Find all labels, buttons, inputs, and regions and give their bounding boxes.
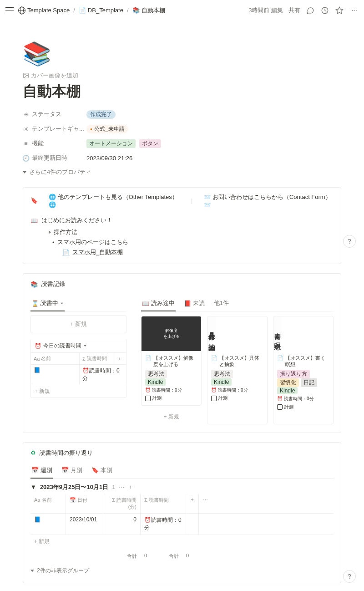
page-icon: 📄	[79, 7, 86, 14]
review-section: ♻読書時間の振り返り 📅週別 📅月別 🔖本別 ▼ 2023年9月25日〜10月1…	[23, 442, 341, 583]
tab-bybook[interactable]: 🔖本別	[91, 464, 113, 478]
book-cover-2: 書く瞑想	[273, 316, 282, 351]
updates-icon[interactable]	[320, 6, 329, 15]
reading-section: 📚読書記録 ⌛ 読書中 + 新規 ⏰今日の読書時間 Aa 名前 Σ 読書時間 +…	[23, 273, 341, 433]
breadcrumb: Template Space / 📄DB_Template / 📚自動本棚	[16, 5, 167, 15]
tab-more[interactable]: 他1件	[213, 297, 230, 311]
book-card-1[interactable]: 具体と抽象 📄【オススメ】具体と抽象 思考法 Kindle ⏰読書時間：0分 計…	[207, 316, 268, 424]
refresh-icon: ♻	[30, 449, 36, 456]
bookmark-icon: 🔖	[30, 197, 38, 204]
menu-icon[interactable]	[5, 6, 14, 15]
breadcrumb-item-2[interactable]: 📚自動本棚	[131, 5, 167, 15]
toggle-howto[interactable]: 操作方法	[49, 228, 334, 236]
status-badge[interactable]: 公式_未申請	[86, 125, 128, 133]
svg-point-2	[25, 74, 25, 75]
comments-icon[interactable]	[306, 6, 315, 15]
help-button[interactable]: ?	[343, 235, 356, 248]
prop-label-gallery: テンプレートギャ...	[32, 125, 84, 133]
add-column[interactable]: +	[186, 494, 199, 513]
help-button[interactable]: ?	[343, 570, 356, 583]
book-icon: 📖	[30, 217, 38, 224]
col-time[interactable]: Σ 読書時間	[80, 353, 115, 364]
share-button[interactable]: 共有	[288, 6, 300, 15]
more-icon[interactable]: ⋯	[349, 6, 359, 15]
breadcrumb-item-0[interactable]: Template Space	[16, 6, 71, 15]
contact-form-link[interactable]: 📨 お問い合わせはこちらから（Contact Form） 📨	[203, 193, 334, 208]
tab-weekly[interactable]: 📅週別	[30, 464, 53, 478]
col-min[interactable]: Σ 読書時間(分)	[103, 494, 141, 513]
tab-in-progress[interactable]: 📖読み途中	[141, 297, 176, 311]
topbar: Template Space / 📄DB_Template / 📚自動本棚 3時…	[0, 0, 364, 20]
sum-time: 0	[182, 551, 192, 561]
book-card-2[interactable]: 書く瞑想 📄【オススメ】書く瞑想 振り返り方習慣化日記 Kindle ⏰読書時間…	[273, 316, 334, 424]
new-button[interactable]: + 新規	[30, 315, 126, 333]
book-card-0[interactable]: 解像度を上げる 📄【オススメ】解像度を上げる 思考法 Kindle ⏰読書時間：…	[141, 316, 202, 406]
col-name[interactable]: Aa 名前	[31, 353, 80, 364]
other-templates-link[interactable]: 🌐 他のテンプレートも見る（Other Templates） 🌐	[49, 193, 180, 208]
add-cover-button[interactable]: カバー画像を追加	[23, 71, 78, 80]
books-icon: 📚	[30, 281, 38, 288]
breadcrumb-item-1[interactable]: 📄DB_Template	[77, 6, 125, 15]
book-cover-1: 具体と抽象	[207, 316, 216, 351]
favorite-icon[interactable]	[335, 6, 344, 15]
mobile-page-link[interactable]: 📄スマホ用_自動本棚	[62, 248, 334, 256]
properties: ✳ステータス 作成完了 ✳テンプレートギャ... 公式_未申請 ≡機能 オートメ…	[23, 107, 341, 176]
group-header[interactable]: ▼ 2023年9月25日〜10月1日 1 ⋯ +	[30, 483, 334, 491]
sum-min: 0	[141, 551, 150, 561]
sum-label-time: 合計	[150, 551, 182, 561]
hidden-groups[interactable]: 2件の非表示グループ	[30, 567, 334, 575]
page-emoji[interactable]: 📚	[23, 39, 341, 68]
books-icon: 📚	[132, 7, 140, 14]
sum-label-min: 合計	[103, 551, 141, 561]
last-edited: 3時間前 編集	[248, 6, 283, 15]
prop-label-feature: 機能	[32, 139, 44, 148]
show-more-properties[interactable]: さらに4件のプロパティ	[23, 168, 341, 176]
add-column[interactable]: +	[115, 353, 126, 364]
new-card[interactable]: + 新規	[141, 409, 202, 424]
add-in-group[interactable]: +	[128, 484, 132, 490]
new-row[interactable]: + 新規	[31, 385, 126, 397]
today-reading-time: ⏰今日の読書時間 Aa 名前 Σ 読書時間 + 📘 ⏰読書時間：0分 + 新規	[30, 339, 126, 398]
tab-monthly[interactable]: 📅月別	[61, 464, 83, 478]
bullet-mobile: •スマホ用のページはこちら	[52, 238, 334, 246]
prop-tags[interactable]: オートメーション ボタン	[86, 139, 341, 148]
column-menu[interactable]: ⋯	[199, 494, 212, 513]
page-body: 📚 カバー画像を追加 自動本棚 ✳ステータス 作成完了 ✳テンプレートギャ...…	[14, 20, 350, 591]
col-name[interactable]: Aa 名前	[30, 494, 66, 513]
col-date[interactable]: 📅 日付	[66, 494, 103, 513]
col-time[interactable]: Σ 読書時間	[141, 494, 186, 513]
tab-reading-now[interactable]: ⌛ 読書中	[30, 297, 65, 311]
prop-updated-value: 2023/09/30 21:26	[86, 155, 341, 162]
callout-block: 🔖 🌐 他のテンプレートも見る（Other Templates） 🌐 | 📨 お…	[23, 187, 341, 264]
prop-label-status: ステータス	[32, 110, 61, 118]
table-row[interactable]: 📘 2023/10/01 0 ⏰読書時間：0分	[30, 514, 334, 535]
table-row[interactable]: 📘 ⏰読書時間：0分	[31, 364, 126, 385]
status-badge[interactable]: 作成完了	[86, 110, 116, 119]
new-row[interactable]: + 新規	[30, 535, 334, 548]
globe-icon	[18, 7, 25, 14]
readme-text: はじめにお読みください！	[41, 216, 112, 224]
page-title[interactable]: 自動本棚	[23, 82, 341, 102]
prop-label-updated: 最終更新日時	[32, 154, 67, 162]
tab-unread[interactable]: 📕未読	[183, 297, 206, 311]
book-cover-0: 解像度を上げる	[142, 316, 201, 351]
